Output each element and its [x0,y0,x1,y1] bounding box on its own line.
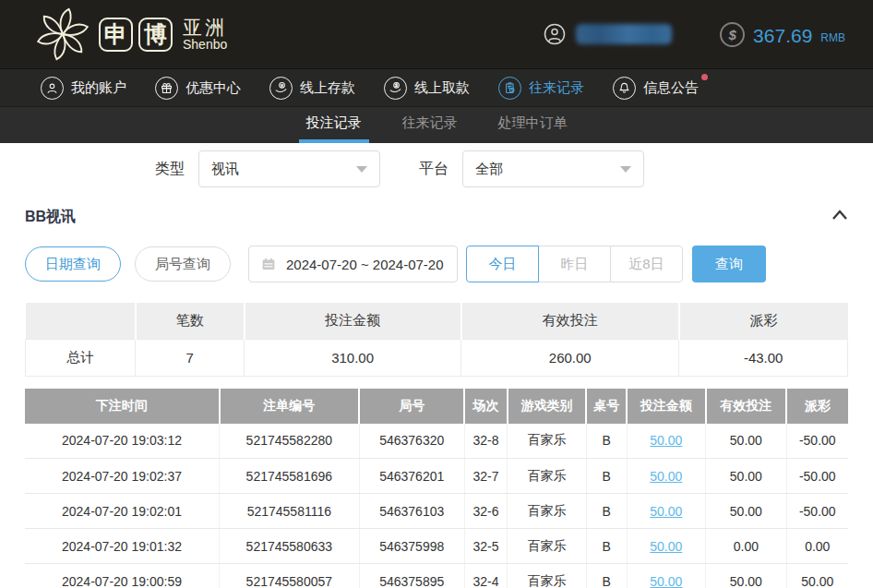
record-subtabs: 投注记录 往来记录 处理中订单 [0,106,873,143]
cell-time: 2024-07-20 19:02:37 [25,459,220,494]
chevron-down-icon [620,166,631,173]
cell-time: 2024-07-20 19:01:32 [25,529,220,564]
table-row: 2024-07-20 19:01:32 521745580633 5463759… [25,529,848,564]
tab-pending-orders[interactable]: 处理中订单 [491,107,575,143]
tab-label: 投注记录 [306,114,362,132]
calendar-icon [260,256,277,272]
cell-bet-id: 521745580633 [220,529,360,564]
summary-bet-amount: 310.00 [245,339,461,376]
cell-game: 百家乐 [508,424,587,459]
collapse-chevron-up-icon[interactable] [831,209,848,225]
summary-header-blank [26,303,136,339]
col-header-bet-id: 注单编号 [220,389,360,424]
cell-bet-id: 521745581696 [220,459,360,494]
top-header: 申 博 亚洲 Shenbo $ 367.69 RMB [0,0,873,68]
nav-item-my-account[interactable]: 我的账户 [41,77,126,100]
col-header-payout: 派彩 [786,389,848,424]
col-header-valid: 有效投注 [706,389,786,424]
tab-transaction-records[interactable]: 往来记录 [395,107,465,143]
summary-header-row: 笔数 投注金额 有效投注 派彩 [26,303,848,339]
round-query-button[interactable]: 局号查询 [135,246,231,282]
cell-valid: 50.00 [706,459,786,494]
today-button[interactable]: 今日 [466,246,539,282]
main-nav: 我的账户 优惠中心 线上存款 线上取款 往来记录 信息公告 [0,68,873,106]
bet-amount-link[interactable]: 50.00 [650,539,682,554]
date-range-input[interactable]: 2024-07-20 ~ 2024-07-20 [248,246,458,282]
nav-item-announcements[interactable]: 信息公告 [613,77,699,100]
summary-header-payout: 派彩 [679,303,848,339]
col-header-table: 桌号 [586,389,627,424]
nav-label: 线上取款 [414,79,470,97]
type-select-value: 视讯 [211,161,239,178]
balance-display[interactable]: $ 367.69 RMB [720,22,845,47]
platform-filter-label: 平台 [419,160,448,179]
cell-session: 32-6 [464,494,507,529]
deposit-coin-hand-icon [269,77,293,100]
brand-char-2: 博 [138,18,173,52]
user-account-chip[interactable] [544,23,672,45]
filter-row: 类型 视讯 平台 全部 [155,150,848,187]
col-header-round-id: 局号 [359,389,464,424]
table-row: 2024-07-20 19:02:37 521745581696 5463762… [25,459,848,494]
cell-game: 百家乐 [508,459,587,494]
dollar-coin-icon: $ [720,22,745,47]
type-select[interactable]: 视讯 [198,150,380,187]
tab-label: 往来记录 [402,114,458,132]
query-toolbar: 日期查询 局号查询 2024-07-20 ~ 2024-07-20 今日 昨日 [25,246,848,282]
button-label: 近8日 [628,256,664,273]
cell-valid: 50.00 [706,564,786,588]
section-title: BB视讯 [25,208,76,227]
brand-name: 申 博 [99,18,173,52]
tab-label: 处理中订单 [498,114,568,132]
nav-item-promotions[interactable]: 优惠中心 [155,77,241,100]
summary-header-count: 笔数 [136,303,245,339]
cell-time: 2024-07-20 19:00:59 [25,564,220,588]
bet-records-table: 下注时间 注单编号 局号 场次 游戏类别 桌号 投注金额 有效投注 派彩 202… [25,389,848,588]
nav-label: 我的账户 [71,79,126,97]
records-clipboard-icon [498,77,521,100]
bet-amount-link[interactable]: 50.00 [650,574,682,588]
bet-amount-link[interactable]: 50.00 [650,469,682,484]
brand-logo[interactable]: 申 博 亚洲 Shenbo [35,6,227,62]
cell-valid: 50.00 [706,494,786,529]
cell-time: 2024-07-20 19:02:01 [25,494,220,529]
col-header-bet: 投注金额 [627,389,706,424]
summary-table: 笔数 投注金额 有效投注 派彩 总计 7 310.00 260.00 -43.0… [25,303,848,377]
nav-item-transaction-records[interactable]: 往来记录 [498,77,584,100]
chevron-down-icon [356,166,367,173]
nav-item-withdraw[interactable]: 线上取款 [384,77,470,100]
date-query-button[interactable]: 日期查询 [25,246,121,282]
section-header: BB视讯 [25,208,848,226]
last-8-days-button[interactable]: 近8日 [610,246,683,282]
summary-total-row: 总计 7 310.00 260.00 -43.00 [26,339,848,376]
cell-table: B [586,564,627,588]
date-range-value: 2024-07-20 ~ 2024-07-20 [286,257,444,272]
bell-icon [613,77,636,100]
cell-round-id: 546376103 [359,494,464,529]
quick-date-group: 今日 昨日 近8日 [466,246,683,282]
nav-label: 往来记录 [529,79,584,97]
username-redacted [576,24,672,44]
brand-region: 亚洲 [183,18,227,38]
summary-total-label: 总计 [26,339,136,376]
bet-amount-link[interactable]: 50.00 [650,504,682,519]
main-content: 类型 视讯 平台 全部 BB视讯 日期查询 局号查询 [0,150,873,588]
platform-select[interactable]: 全部 [462,150,644,187]
cell-round-id: 546375895 [359,564,464,588]
button-label: 局号查询 [155,256,210,273]
button-label: 查询 [715,256,743,273]
nav-label: 线上存款 [300,79,355,97]
search-button[interactable]: 查询 [692,246,766,282]
summary-valid-bet: 260.00 [461,339,679,376]
gift-icon [155,77,178,100]
tab-bet-records[interactable]: 投注记录 [299,107,369,143]
summary-header-valid-bet: 有效投注 [461,303,679,339]
type-filter-label: 类型 [155,160,185,179]
balance-currency: RMB [820,31,845,47]
cell-payout: -50.00 [786,494,848,529]
bet-amount-link[interactable]: 50.00 [650,433,682,448]
cell-game: 百家乐 [508,494,587,529]
user-icon [41,77,64,100]
nav-item-deposit[interactable]: 线上存款 [269,77,355,100]
yesterday-button[interactable]: 昨日 [538,246,611,282]
